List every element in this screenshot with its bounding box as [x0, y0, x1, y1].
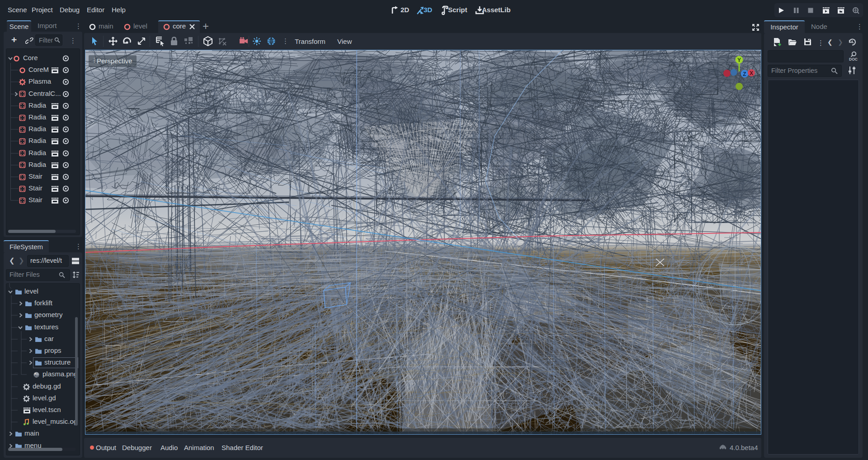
svg-text:Z: Z [743, 71, 746, 77]
svg-text:Y: Y [737, 57, 741, 63]
svg-text:X: X [750, 70, 753, 76]
svg-text:DOC: DOC [849, 57, 858, 62]
